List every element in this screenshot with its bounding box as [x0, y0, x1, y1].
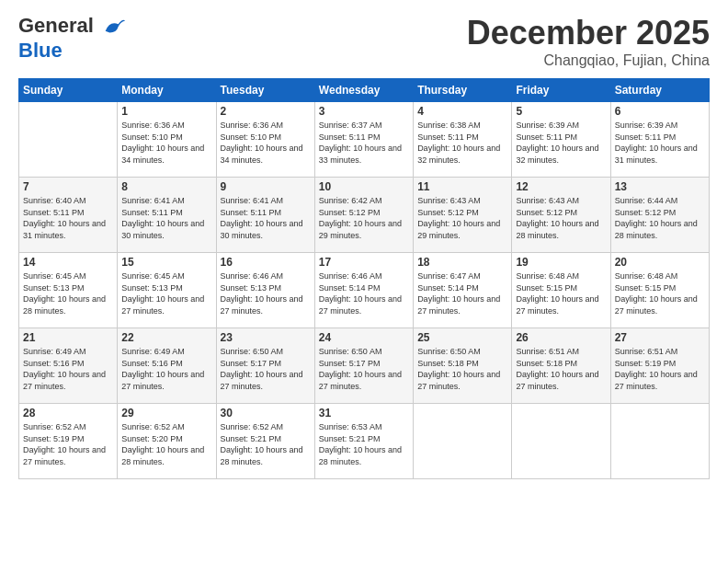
calendar-cell: 1 Sunrise: 6:36 AM Sunset: 5:10 PM Dayli…	[118, 102, 216, 178]
calendar-cell: 15 Sunrise: 6:45 AM Sunset: 5:13 PM Dayl…	[118, 253, 216, 328]
day-number: 13	[615, 180, 705, 193]
logo-bird-icon	[101, 14, 127, 40]
calendar-cell	[19, 102, 118, 178]
day-number: 20	[615, 256, 705, 269]
calendar-cell: 29 Sunrise: 6:52 AM Sunset: 5:20 PM Dayl…	[118, 404, 216, 479]
day-info: Sunrise: 6:45 AM Sunset: 5:13 PM Dayligh…	[23, 270, 113, 316]
day-number: 26	[516, 331, 606, 344]
month-title: December 2025	[467, 14, 710, 52]
day-number: 17	[319, 256, 409, 269]
calendar-cell: 5 Sunrise: 6:39 AM Sunset: 5:11 PM Dayli…	[512, 102, 610, 178]
calendar-cell: 19 Sunrise: 6:48 AM Sunset: 5:15 PM Dayl…	[512, 253, 610, 328]
day-number: 25	[417, 331, 507, 344]
calendar-cell: 7 Sunrise: 6:40 AM Sunset: 5:11 PM Dayli…	[19, 178, 118, 253]
calendar-header-row: SundayMondayTuesdayWednesdayThursdayFrid…	[19, 79, 710, 102]
day-info: Sunrise: 6:40 AM Sunset: 5:11 PM Dayligh…	[23, 195, 113, 241]
day-number: 9	[221, 180, 311, 193]
day-info: Sunrise: 6:45 AM Sunset: 5:13 PM Dayligh…	[121, 270, 211, 316]
day-number: 16	[221, 256, 311, 269]
day-number: 5	[516, 105, 606, 118]
calendar-header-tuesday: Tuesday	[216, 79, 314, 102]
day-info: Sunrise: 6:41 AM Sunset: 5:11 PM Dayligh…	[221, 195, 311, 241]
day-info: Sunrise: 6:37 AM Sunset: 5:11 PM Dayligh…	[319, 120, 409, 166]
day-info: Sunrise: 6:52 AM Sunset: 5:21 PM Dayligh…	[221, 421, 311, 467]
day-info: Sunrise: 6:43 AM Sunset: 5:12 PM Dayligh…	[417, 195, 507, 241]
day-number: 12	[516, 180, 606, 193]
title-block: December 2025 Changqiao, Fujian, China	[467, 14, 710, 69]
calendar-cell: 21 Sunrise: 6:49 AM Sunset: 5:16 PM Dayl…	[19, 328, 118, 404]
day-number: 11	[417, 180, 507, 193]
calendar-cell: 9 Sunrise: 6:41 AM Sunset: 5:11 PM Dayli…	[216, 178, 314, 253]
day-number: 8	[121, 180, 211, 193]
day-info: Sunrise: 6:48 AM Sunset: 5:15 PM Dayligh…	[615, 270, 705, 316]
calendar-cell: 2 Sunrise: 6:36 AM Sunset: 5:10 PM Dayli…	[216, 102, 314, 178]
day-info: Sunrise: 6:44 AM Sunset: 5:12 PM Dayligh…	[615, 195, 705, 241]
page: General Blue December 2025 Changqiao, Fu…	[0, 0, 728, 563]
day-info: Sunrise: 6:38 AM Sunset: 5:11 PM Dayligh…	[417, 120, 507, 166]
calendar-cell: 22 Sunrise: 6:49 AM Sunset: 5:16 PM Dayl…	[118, 328, 216, 404]
calendar-cell: 8 Sunrise: 6:41 AM Sunset: 5:11 PM Dayli…	[118, 178, 216, 253]
day-number: 21	[23, 331, 113, 344]
calendar-cell: 30 Sunrise: 6:52 AM Sunset: 5:21 PM Dayl…	[216, 404, 314, 479]
day-info: Sunrise: 6:50 AM Sunset: 5:17 PM Dayligh…	[319, 346, 409, 392]
day-number: 19	[516, 256, 606, 269]
calendar-cell: 11 Sunrise: 6:43 AM Sunset: 5:12 PM Dayl…	[414, 178, 512, 253]
day-number: 7	[23, 180, 113, 193]
calendar-cell	[610, 404, 709, 479]
day-number: 29	[121, 407, 211, 419]
day-number: 30	[221, 407, 311, 419]
calendar-header-monday: Monday	[118, 79, 216, 102]
calendar-cell: 10 Sunrise: 6:42 AM Sunset: 5:12 PM Dayl…	[314, 178, 413, 253]
day-info: Sunrise: 6:49 AM Sunset: 5:16 PM Dayligh…	[121, 346, 211, 392]
day-info: Sunrise: 6:50 AM Sunset: 5:18 PM Dayligh…	[417, 346, 507, 392]
calendar-week-4: 21 Sunrise: 6:49 AM Sunset: 5:16 PM Dayl…	[19, 328, 710, 404]
calendar-header-saturday: Saturday	[610, 79, 709, 102]
day-number: 28	[23, 407, 113, 419]
calendar-header-friday: Friday	[512, 79, 610, 102]
day-info: Sunrise: 6:46 AM Sunset: 5:14 PM Dayligh…	[319, 270, 409, 316]
calendar-header-thursday: Thursday	[414, 79, 512, 102]
day-number: 4	[417, 105, 507, 118]
calendar-cell: 17 Sunrise: 6:46 AM Sunset: 5:14 PM Dayl…	[314, 253, 413, 328]
day-number: 22	[121, 331, 211, 344]
logo-blue: Blue	[18, 40, 127, 62]
calendar-cell: 28 Sunrise: 6:52 AM Sunset: 5:19 PM Dayl…	[19, 404, 118, 479]
calendar-cell: 24 Sunrise: 6:50 AM Sunset: 5:17 PM Dayl…	[314, 328, 413, 404]
day-info: Sunrise: 6:51 AM Sunset: 5:18 PM Dayligh…	[516, 346, 606, 392]
calendar-cell: 26 Sunrise: 6:51 AM Sunset: 5:18 PM Dayl…	[512, 328, 610, 404]
day-info: Sunrise: 6:52 AM Sunset: 5:19 PM Dayligh…	[23, 421, 113, 467]
calendar-cell: 12 Sunrise: 6:43 AM Sunset: 5:12 PM Dayl…	[512, 178, 610, 253]
calendar-week-3: 14 Sunrise: 6:45 AM Sunset: 5:13 PM Dayl…	[19, 253, 710, 328]
day-number: 10	[319, 180, 409, 193]
calendar-week-5: 28 Sunrise: 6:52 AM Sunset: 5:19 PM Dayl…	[19, 404, 710, 479]
calendar-cell	[512, 404, 610, 479]
day-info: Sunrise: 6:36 AM Sunset: 5:10 PM Dayligh…	[221, 120, 311, 166]
day-info: Sunrise: 6:39 AM Sunset: 5:11 PM Dayligh…	[615, 120, 705, 166]
calendar-header-sunday: Sunday	[19, 79, 118, 102]
calendar-cell: 16 Sunrise: 6:46 AM Sunset: 5:13 PM Dayl…	[216, 253, 314, 328]
calendar-header-wednesday: Wednesday	[314, 79, 413, 102]
header: General Blue December 2025 Changqiao, Fu…	[18, 14, 710, 69]
day-info: Sunrise: 6:46 AM Sunset: 5:13 PM Dayligh…	[221, 270, 311, 316]
calendar-week-2: 7 Sunrise: 6:40 AM Sunset: 5:11 PM Dayli…	[19, 178, 710, 253]
day-info: Sunrise: 6:50 AM Sunset: 5:17 PM Dayligh…	[221, 346, 311, 392]
day-number: 15	[121, 256, 211, 269]
day-number: 27	[615, 331, 705, 344]
day-number: 3	[319, 105, 409, 118]
day-number: 2	[221, 105, 311, 118]
day-info: Sunrise: 6:51 AM Sunset: 5:19 PM Dayligh…	[615, 346, 705, 392]
day-info: Sunrise: 6:48 AM Sunset: 5:15 PM Dayligh…	[516, 270, 606, 316]
day-info: Sunrise: 6:49 AM Sunset: 5:16 PM Dayligh…	[23, 346, 113, 392]
calendar-cell	[414, 404, 512, 479]
calendar-cell: 20 Sunrise: 6:48 AM Sunset: 5:15 PM Dayl…	[610, 253, 709, 328]
day-info: Sunrise: 6:41 AM Sunset: 5:11 PM Dayligh…	[121, 195, 211, 241]
calendar-cell: 27 Sunrise: 6:51 AM Sunset: 5:19 PM Dayl…	[610, 328, 709, 404]
day-number: 31	[319, 407, 409, 419]
location-subtitle: Changqiao, Fujian, China	[467, 52, 710, 69]
calendar-cell: 6 Sunrise: 6:39 AM Sunset: 5:11 PM Dayli…	[610, 102, 709, 178]
day-info: Sunrise: 6:43 AM Sunset: 5:12 PM Dayligh…	[516, 195, 606, 241]
calendar-cell: 14 Sunrise: 6:45 AM Sunset: 5:13 PM Dayl…	[19, 253, 118, 328]
logo: General Blue	[18, 14, 127, 62]
day-info: Sunrise: 6:53 AM Sunset: 5:21 PM Dayligh…	[319, 421, 409, 467]
calendar-cell: 18 Sunrise: 6:47 AM Sunset: 5:14 PM Dayl…	[414, 253, 512, 328]
